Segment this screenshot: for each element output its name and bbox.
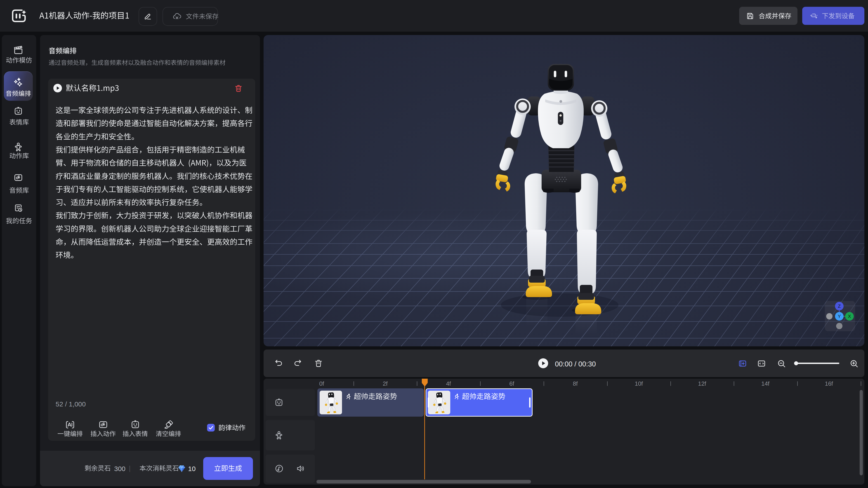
svg-text:Y: Y (838, 314, 841, 319)
svg-text:X: X (848, 314, 851, 319)
svg-text:Z: Z (838, 304, 841, 308)
